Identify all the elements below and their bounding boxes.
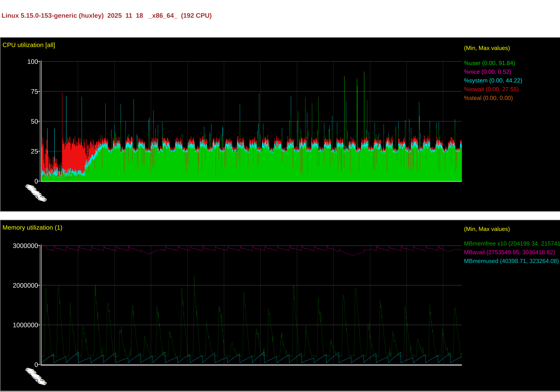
cpu-ytick-0: 0 (2, 177, 38, 185)
mem-xaxis-time-labels: 08:48:20 08:48:30 08:48:40 08:48:50 08:4… (28, 366, 29, 367)
memory-chart-title: Memory utilization (1) (2, 224, 62, 231)
cpu-legend-item-user: %user (0.00, 91.84) (464, 60, 515, 66)
mem-ytick-3000000: 3000000 (2, 242, 38, 250)
memory-legend-item-memfree: MBmemfree x10 (204199.34, 2157418.52) (464, 240, 560, 247)
cpu-chart-title: CPU utilization [all] (2, 41, 55, 49)
cpu-xaxis-time-labels: 08:48:20 08:48:30 08:48:40 08:48:50 08:4… (28, 183, 29, 184)
cpu-ytick-100: 100 (2, 58, 38, 65)
cpu-ytick-25: 25 (2, 148, 38, 155)
cpu-utilization-panel: CPU utilization [all] (Min, Max values) … (0, 37, 560, 212)
memory-legend-item-avail: MBavail (2753549.95, 3036418.82) (464, 249, 555, 256)
memory-utilization-panel: Memory utilization (1) (Min, Max values)… (0, 220, 560, 392)
cpu-legend-header: (Min, Max values) (464, 45, 510, 51)
mem-ytick-0: 0 (2, 361, 38, 368)
cpu-legend-item-system: %system (0.00, 44.22) (464, 77, 522, 84)
mem-ytick-1000000: 1000000 (2, 321, 38, 329)
memory-legend-header: (Min, Max values) (464, 226, 510, 232)
cpu-ytick-75: 75 (2, 88, 38, 95)
next-panel-top-border (0, 391, 560, 392)
mem-ytick-2000000: 2000000 (2, 281, 38, 289)
cpu-legend-item-iowait: %iowait (0.00, 27.55) (464, 86, 519, 92)
cpu-ytick-50: 50 (2, 118, 38, 125)
cpu-legend-item-nice: %nice (0.00, 0.52) (464, 68, 511, 75)
system-info-header: Linux 5.15.0-153-generic (huxley) 2025 1… (1, 12, 212, 19)
cpu-legend-item-steal: %steal (0.00, 0.00) (464, 95, 513, 101)
memory-legend-item-memused: MBmemused (40398.71, 323264.08) (464, 258, 559, 264)
